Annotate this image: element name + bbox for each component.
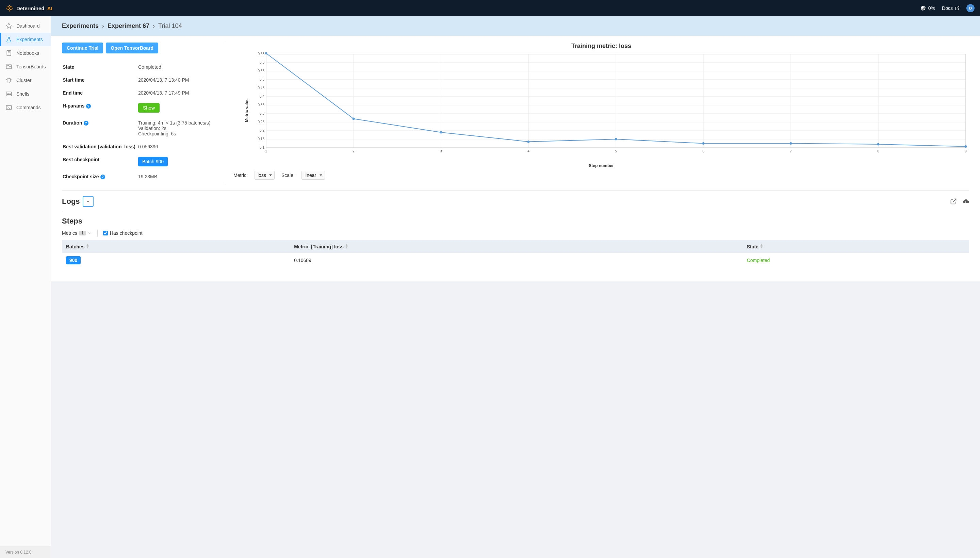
column-state[interactable]: State▲▼ [743,240,969,253]
svg-point-83 [353,118,355,120]
help-icon[interactable]: ? [100,174,105,179]
sidebar-item-label: Shells [16,91,29,97]
svg-rect-21 [7,51,11,56]
svg-point-2 [8,9,9,10]
svg-point-88 [790,142,792,144]
tensorboard-icon [5,63,12,70]
docs-link[interactable]: Docs [942,5,960,11]
loss-chart: 0.10.150.20.250.30.350.40.450.50.550.60.… [253,53,969,154]
svg-text:0.45: 0.45 [258,86,265,90]
svg-point-84 [440,131,442,134]
version-label: Version 0.12.0 [0,546,51,558]
brand-suffix: AI [47,5,53,11]
breadcrumb-trial: Trial 104 [158,23,182,30]
svg-text:0.35: 0.35 [258,103,265,107]
logs-expand-button[interactable] [83,196,94,207]
breadcrumb-experiment[interactable]: Experiment 67 [108,23,149,30]
column-metric-loss[interactable]: Metric: [Training] loss▲▼ [290,240,742,253]
download-cloud-icon[interactable] [962,198,969,205]
logo[interactable]: Determined AI [5,4,53,12]
help-icon[interactable]: ? [84,121,89,126]
scale-select[interactable]: linear [302,171,325,180]
batch-chip[interactable]: 900 [66,256,80,264]
sidebar-item-cluster[interactable]: Cluster [0,74,51,87]
star-icon [5,23,12,29]
svg-text:0.3: 0.3 [259,112,264,115]
has-checkpoint-filter[interactable]: Has checkpoint [103,230,143,236]
svg-point-89 [877,143,880,146]
help-icon[interactable]: ? [86,104,91,108]
sort-icon: ▲▼ [86,243,89,249]
svg-text:0.55: 0.55 [258,69,265,73]
checkpoint-size-label: Checkpoint size [62,174,99,179]
sidebar-item-commands[interactable]: Commands [0,101,51,114]
svg-text:0.6: 0.6 [259,61,264,64]
svg-rect-26 [7,79,11,82]
open-external-icon[interactable] [950,198,957,205]
svg-rect-9 [921,7,924,10]
shell-icon: sh› [5,90,12,97]
state-value: Completed [138,61,216,73]
svg-text:8: 8 [877,149,879,153]
column-batches[interactable]: Batches▲▼ [62,240,290,253]
svg-point-8 [9,11,10,11]
cpu-usage[interactable]: 0% [920,5,935,11]
table-row[interactable]: 900 0.10689 Completed [62,253,969,268]
duration-checkpoint: Checkpointing: 6s [138,131,216,136]
sidebar: Dashboard Experiments Notebooks TensorBo… [0,16,51,558]
avatar[interactable]: D [966,4,975,12]
svg-text:0.15: 0.15 [258,137,265,141]
sidebar-item-tensorboards[interactable]: TensorBoards [0,60,51,74]
terminal-icon [5,104,12,111]
chart-xlabel: Step number [589,163,614,168]
sidebar-item-dashboard[interactable]: Dashboard [0,19,51,33]
duration-validation: Validation: 2s [138,126,216,131]
steps-title: Steps [62,217,969,226]
svg-rect-37 [7,105,11,110]
checkpoint-size-value: 19.23MB [138,171,216,183]
svg-rect-10 [923,8,924,9]
end-time-label: End time [62,87,138,99]
svg-text:1: 1 [265,149,267,153]
svg-point-86 [615,138,617,141]
svg-text:0.25: 0.25 [258,120,265,124]
metric-loss-cell: 0.10689 [290,253,742,268]
svg-text:2: 2 [353,149,355,153]
svg-point-7 [9,5,10,6]
breadcrumb-experiments[interactable]: Experiments [62,23,98,30]
best-validation-label: Best validation (validation_loss) [62,141,138,153]
metric-select-label: Metric: [233,172,248,178]
has-checkpoint-checkbox[interactable] [103,231,108,235]
sidebar-item-label: Cluster [16,77,31,83]
svg-text:4: 4 [527,149,529,153]
steps-table: Batches▲▼ Metric: [Training] loss▲▼ Stat… [62,240,969,268]
best-validation-value: 0.056396 [138,141,216,153]
svg-rect-25 [7,65,11,69]
sidebar-item-experiments[interactable]: Experiments [0,33,51,46]
duration-training: Training: 4m < 1s (3.75 batches/s) [138,120,216,126]
sidebar-item-notebooks[interactable]: Notebooks [0,46,51,60]
hparams-label: H-params [62,103,85,108]
svg-text:7: 7 [790,149,792,153]
flask-icon [5,36,12,43]
start-time-label: Start time [62,74,138,86]
sidebar-item-label: Notebooks [16,50,39,56]
metrics-dropdown[interactable]: Metrics 1 [62,230,92,236]
cpu-percentage: 0% [928,5,935,11]
open-tensorboard-button[interactable]: Open TensorBoard [106,43,158,53]
svg-marker-20 [6,23,12,29]
sort-icon: ▲▼ [345,243,348,249]
scale-select-label: Scale: [281,172,295,178]
sidebar-item-label: Commands [16,105,41,110]
chart-title: Training metric: loss [233,43,969,50]
continue-trial-button[interactable]: Continue Trial [62,43,103,53]
best-checkpoint-button[interactable]: Batch 900 [138,157,168,166]
metric-select[interactable]: loss [254,171,274,180]
cluster-icon [5,77,12,84]
svg-text:0.65: 0.65 [258,53,265,56]
svg-point-0 [8,6,9,8]
sidebar-item-shells[interactable]: sh› Shells [0,87,51,101]
show-hparams-button[interactable]: Show [138,103,159,113]
svg-point-3 [10,9,11,10]
chevron-down-icon [86,199,90,204]
